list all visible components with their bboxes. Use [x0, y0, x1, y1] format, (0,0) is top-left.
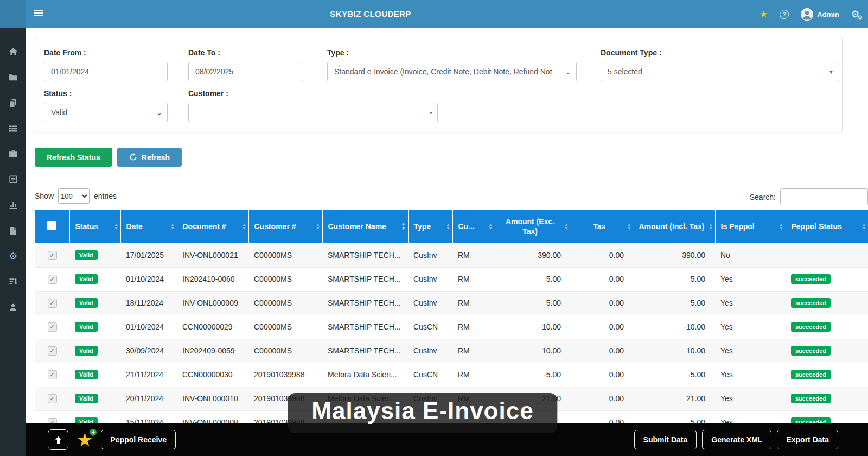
- date-cell: 18/11/2024: [120, 291, 177, 315]
- row-checkbox[interactable]: ✓: [48, 346, 57, 356]
- filter-panel: Date From : Date To : Type : Standard e-…: [35, 37, 843, 132]
- type-cell: CusInv: [408, 267, 452, 291]
- arrow-up-icon: [54, 436, 62, 444]
- row-checkbox[interactable]: ✓: [48, 322, 57, 332]
- favorite-add-icon[interactable]: ★ +: [76, 430, 93, 449]
- currency-cell: RM: [452, 267, 495, 291]
- sidebar-item-home-icon[interactable]: [0, 39, 26, 65]
- tax-cell: 0.00: [571, 387, 634, 410]
- sort-icon: ▲▼: [316, 223, 320, 230]
- amount_exc-cell: 10.00: [495, 339, 571, 363]
- sidebar-item-folder-icon[interactable]: [0, 65, 26, 90]
- amount_exc-cell: -10.00: [495, 315, 571, 339]
- checkbox-cell: ✓: [35, 387, 69, 410]
- row-checkbox[interactable]: ✓: [48, 299, 57, 308]
- table-row: ✓Valid21/11/2024CCN00000030201901039988M…: [35, 363, 868, 387]
- peppol-receive-button[interactable]: Peppol Receive: [101, 430, 176, 449]
- page-title-overlay: Malaysia E-Invoice: [288, 393, 557, 433]
- generate-xml-button[interactable]: Generate XML: [702, 430, 771, 449]
- customer_name-cell: SMARTSHIP TECH...: [322, 243, 408, 267]
- date-cell: 20/11/2024: [120, 387, 177, 410]
- menu-icon[interactable]: [34, 10, 43, 17]
- type-cell: CusCN: [408, 363, 452, 387]
- column-header-customer_name[interactable]: Customer Name▲▼: [322, 210, 408, 243]
- refresh-icon: [129, 153, 137, 161]
- settings-gears-icon[interactable]: ⚙⚙: [851, 10, 859, 19]
- row-checkbox[interactable]: ✓: [48, 275, 57, 284]
- refresh-status-button[interactable]: Refresh Status: [35, 148, 112, 167]
- row-checkbox[interactable]: ✓: [48, 370, 57, 379]
- column-header-currency[interactable]: Cu...▲▼: [452, 210, 495, 243]
- sort-icon: ▲▼: [709, 223, 713, 230]
- column-header-status[interactable]: Status▲▼: [69, 210, 120, 243]
- export-data-button[interactable]: Export Data: [777, 430, 838, 449]
- type-select[interactable]: Standard e-Invoice (Invoice, Credit Note…: [327, 62, 577, 81]
- submit-data-button[interactable]: Submit Data: [634, 430, 697, 449]
- column-header-type[interactable]: Type▲▼: [408, 210, 452, 243]
- sidebar-item-tasks-icon[interactable]: [0, 269, 26, 294]
- amount_inc-cell: 5.00: [634, 267, 715, 291]
- date-from-label: Date From :: [44, 48, 168, 58]
- status-select[interactable]: Valid ⌄: [44, 103, 168, 122]
- row-checkbox[interactable]: ✓: [48, 394, 57, 403]
- table-row: ✓Valid01/10/2024IN202410-0060C00000MSSMA…: [35, 267, 868, 291]
- column-header-peppol_status[interactable]: Peppol Status▲▼: [786, 210, 868, 243]
- date-from-input[interactable]: [44, 62, 168, 81]
- sidebar-item-journal-icon[interactable]: [0, 167, 26, 192]
- sidebar-item-copy-icon[interactable]: [0, 90, 26, 116]
- customer_name-cell: SMARTSHIP TECH...: [322, 339, 408, 363]
- page-size-select[interactable]: 100: [58, 188, 90, 204]
- app-title: SKYBIZ CLOUDERP: [330, 0, 411, 28]
- customer_name-cell: SMARTSHIP TECH...: [322, 315, 408, 339]
- tax-cell: 0.00: [571, 315, 634, 339]
- column-header-tax[interactable]: Tax▲▼: [571, 210, 634, 243]
- column-header-customer_no[interactable]: Customer #▲▼: [248, 210, 322, 243]
- help-icon[interactable]: ?: [780, 10, 789, 19]
- select-all-checkbox[interactable]: [47, 221, 56, 230]
- sidebar-item-chart-icon[interactable]: [0, 192, 26, 218]
- peppol-status-badge: succeeded: [791, 274, 831, 284]
- date-cell: 01/10/2024: [120, 315, 177, 339]
- column-header-is_peppol[interactable]: Is Peppol▲▼: [715, 210, 786, 243]
- document-type-label: Document Type :: [601, 48, 839, 58]
- column-header-checkbox[interactable]: [35, 210, 69, 243]
- date-to-input[interactable]: [188, 62, 303, 81]
- user-menu[interactable]: Admin: [801, 8, 839, 21]
- sidebar-item-file-icon[interactable]: [0, 218, 26, 243]
- sort-icon: ▲▼: [489, 223, 493, 230]
- customer_name-cell: Metora Data Scien...: [322, 363, 408, 387]
- tax-cell: 0.00: [571, 267, 634, 291]
- favorite-star-icon[interactable]: ★: [760, 10, 768, 19]
- customer_no-cell: C00000MS: [248, 315, 322, 339]
- column-header-amount_inc[interactable]: Amount (Incl. Tax)▲▼: [634, 210, 715, 243]
- currency-cell: RM: [452, 363, 495, 387]
- doc-cell: INV-ONL000021: [177, 243, 248, 267]
- topbar-corner: [0, 0, 26, 28]
- peppol-status-badge: succeeded: [791, 370, 831, 379]
- column-header-doc[interactable]: Document #▲▼: [177, 210, 248, 243]
- search-label: Search:: [750, 193, 776, 201]
- scroll-top-button[interactable]: [48, 429, 68, 450]
- sidebar-item-cogs-icon[interactable]: ⚙: [0, 243, 26, 269]
- peppol-status-badge: succeeded: [791, 394, 831, 403]
- customer_no-cell: C00000MS: [248, 267, 322, 291]
- tax-cell: 0.00: [571, 363, 634, 387]
- column-header-date[interactable]: Date▲▼: [120, 210, 177, 243]
- peppol-status-badge: succeeded: [791, 298, 831, 308]
- is_peppol-cell: No: [715, 243, 786, 267]
- peppol_status-cell: [786, 243, 868, 267]
- currency-cell: RM: [452, 315, 495, 339]
- row-checkbox[interactable]: ✓: [48, 251, 57, 260]
- caret-down-icon: ▼: [828, 69, 834, 75]
- customer_no-cell: C00000MS: [248, 339, 322, 363]
- doc-cell: IN202409-0059: [177, 339, 248, 363]
- refresh-button[interactable]: Refresh: [117, 148, 182, 167]
- document-type-select[interactable]: 5 selected ▼: [601, 62, 839, 81]
- type-label: Type :: [327, 48, 577, 58]
- column-header-amount_exc[interactable]: Amount (Exc. Tax)▲▼: [495, 210, 571, 243]
- sidebar-item-user-icon[interactable]: [0, 294, 26, 320]
- customer-select[interactable]: ▾: [188, 103, 438, 122]
- sidebar-item-briefcase-icon[interactable]: [0, 141, 26, 167]
- sidebar-item-list-icon[interactable]: [0, 116, 26, 141]
- search-input[interactable]: [780, 188, 868, 205]
